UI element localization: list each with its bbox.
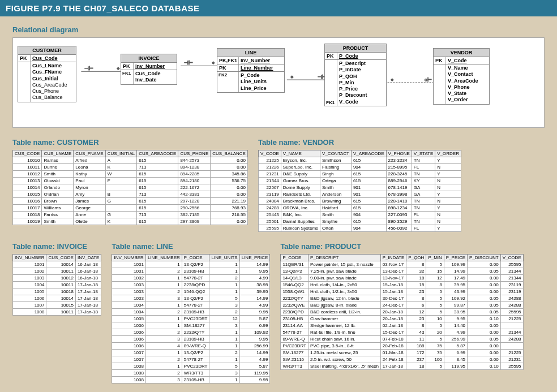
column-header: CUS_BALANCE (211, 150, 248, 157)
column-header: CUS_PHONE (178, 150, 211, 157)
table-row: 10011DunneLeonaK713894-12380.00 (13, 164, 248, 171)
table-row: 21225Bryson, Inc.Smithson615223-3234TNY (258, 157, 461, 164)
relational-diagram: ⊣⊢⋄ ⊣⊢⋄ ⋄⊣⊢ ⋄○⊢ CUSTOMER PKCus_Code Cus_… (12, 37, 545, 128)
diagram-section-title: Relational diagram (12, 25, 545, 34)
table-row: 24004Brackman Bros.Browning615228-1410TN… (258, 198, 461, 205)
column-header: CUS_FNAME (74, 150, 105, 157)
column-header: V_AREACODE (351, 150, 386, 157)
table-row: 11QER/31Power painter, 15 psi., 3-nozzle… (281, 261, 523, 268)
column-header: CUS_INITIAL (105, 150, 136, 157)
svg-text:⊣⊢: ⊣⊢ (84, 66, 93, 71)
column-header: V_ORDER (435, 150, 461, 157)
column-header: P_CODE (182, 255, 209, 261)
column-header: CUS_AREACODE (137, 150, 178, 157)
table-row: 10051001817-Jan-18 (13, 288, 101, 295)
table-row: 89-WRE-QHicut chain saw, 16 in.07-Feb-18… (281, 336, 523, 343)
table-row: 2232/QTYB&D jigsaw, 12-in. blade30-Dec-1… (281, 295, 523, 302)
table-row: WR3/TT3Steel matting, 4'x8'x1/6", .5" me… (281, 363, 523, 370)
table-row: 1008323109-HB19.95 (112, 377, 270, 384)
table-row: 2238/QPDB&D cordless drill, 1/2-in.20-Ja… (281, 309, 523, 316)
column-header: P_DISCOUNT (468, 255, 501, 261)
table-row: 1007254778-2T14.99 (112, 356, 270, 363)
table-row: 25595Rubicon SystemsOrton904456-0092FLY (258, 225, 461, 232)
table-row: 1007113-Q2/P2214.99 (112, 350, 270, 356)
table-row: 13-Q2/P27.25-in. pwr. saw blade13-Dec-17… (281, 268, 523, 275)
column-header: P_MIN (426, 255, 444, 261)
table-row: PVC23DRTPVC pipe, 3.5-in., 8-ft20-Feb-18… (281, 343, 523, 350)
table-row: 1006323109-HB19.95 (112, 336, 270, 343)
table-row: 10051PVC23DRT125.87 (112, 316, 270, 322)
svg-text:⋄: ⋄ (290, 74, 294, 80)
table-row: 10015O'BrianAmyB713442-33810.00 (13, 191, 248, 198)
table-row: 25443B&K, Inc.Smith904227-0093FLN (258, 212, 461, 218)
erd-vendor: VENDOR PKV_Code V_NameV_ContactV_AreaCod… (433, 48, 490, 105)
product-title: Table name: PRODUCT (280, 242, 545, 251)
table-row: 10031001216-Jan-18 (13, 275, 101, 282)
table-row: 21344Gomez Bros.Ortega615889-2546KYN (258, 178, 461, 184)
erd-line: LINE PK,FK1Inv_Number PKLine_Number FK2P… (217, 48, 285, 93)
column-header: P_CODE (281, 255, 309, 261)
content-area: Relational diagram ⊣⊢⋄ ⊣⊢⋄ ⋄⊣⊢ ⋄○⊢ CUSTO… (0, 16, 557, 392)
table-row: 10061001417-Jan-18 (13, 295, 101, 302)
svg-text:○⊢: ○⊢ (425, 77, 432, 83)
erd-customer-title: CUSTOMER (18, 46, 76, 55)
table-row: 10016BrownJamesG615297-1228221.19 (13, 198, 248, 205)
line-title: Table name: LINE (112, 242, 270, 251)
vendor-table-block: Table name: VENDOR V_CODEV_NAMEV_CONTACT… (258, 136, 545, 232)
table-row: 1546-QQ2Hrd. cloth, 1/4-in., 2x5015-Jan-… (281, 282, 523, 288)
table-row: 1001113-Q2/P2114.99 (112, 261, 270, 268)
column-header: CUS_CODE (46, 255, 75, 261)
table-row: 23119Randsets Ltd.Anderson901678-3998GAY (258, 191, 461, 198)
table-row: 1006489-WRE-Q1256.99 (112, 343, 270, 350)
table-row: 10013OlowskiPaulF615894-2180536.75 (13, 178, 248, 184)
table-row: 10041001117-Jan-18 (13, 282, 101, 288)
table-row: 23109-HBClaw hammer20-Jan-1823109.950.10… (281, 316, 523, 322)
table-row: 21226SuperLoo, Inc.Flushing904215-8995FL… (258, 164, 461, 171)
table-row: 1004154778-2T34.99 (112, 302, 270, 309)
table-row: 10012SmithKathyW615894-2285345.86 (13, 171, 248, 178)
customer-title: Table name: CUSTOMER (12, 138, 248, 147)
column-header: V_STATE (412, 150, 435, 157)
svg-text:⊣⊢: ⊣⊢ (184, 60, 193, 66)
product-table: P_CODEP_DESCRIPTP_INDATEP_QOHP_MINP_PRIC… (280, 254, 523, 370)
column-header: P_QOH (406, 255, 426, 261)
erd-customer: CUSTOMER PKCus_Code Cus_LNameCus_FNameCu… (18, 46, 76, 102)
column-header: V_PHONE (386, 150, 412, 157)
column-header: CUS_CODE (13, 150, 42, 157)
column-header: P_INDATE (380, 255, 406, 261)
column-header: V_CONTACT (320, 150, 352, 157)
line-table: INV_NUMBERLINE_NUMBERP_CODELINE_UNITSLIN… (112, 254, 270, 384)
table-row: 21231D&E SupplySingh615228-3245TNY (258, 171, 461, 178)
svg-text:⋄: ⋄ (391, 77, 394, 83)
table-row: 10061SM-1827736.99 (112, 322, 270, 329)
table-row: 100312238/QPD138.95 (112, 282, 270, 288)
invoice-table: INV_NUMBERCUS_CODEINV_DATE10011001416-Ja… (12, 254, 101, 316)
column-header: P_PRICE (444, 255, 467, 261)
table-row: 10014OrlandoMyron615222-16720.00 (13, 184, 248, 191)
invoice-title: Table name: INVOICE (12, 242, 101, 251)
invoice-table-block: Table name: INVOICE INV_NUMBERCUS_CODEIN… (12, 240, 101, 316)
column-header: INV_NUMBER (112, 255, 145, 261)
table-row: 10018FarrissAnneG713382-7185216.55 (13, 212, 248, 218)
table-row: 24288ORDVA, Inc.Hakford615898-1234TNY (258, 205, 461, 212)
table-row: 2232/QWEB&D jigsaw, 8-in. blade24-Dec-17… (281, 302, 523, 309)
table-row: 1003313-Q2/P2514.99 (112, 295, 270, 302)
table-row: 1558-QW1Hrd. cloth, 1/2-in., 3x5015-Jan-… (281, 288, 523, 295)
table-row: 100321546-QQ2139.95 (112, 288, 270, 295)
column-header: P_DESCRIPT (309, 255, 381, 261)
table-row: 1004223109-HB29.95 (112, 309, 270, 316)
table-row: 54778-2TRat-tail file, 1/8-in. fine15-De… (281, 329, 523, 336)
line-table-block: Table name: LINE INV_NUMBERLINE_NUMBERP_… (112, 240, 270, 384)
column-header: INV_DATE (75, 255, 101, 261)
table-row: 14-Q1/L39.00-in. pwr. saw blade13-Nov-17… (281, 275, 523, 282)
table-row: 1001223109-HB19.95 (112, 268, 270, 275)
vendor-table: V_CODEV_NAMEV_CONTACTV_AREACODEV_PHONEV_… (258, 150, 461, 232)
table-row: 10019SmithOletteK615297-38090.00 (13, 218, 248, 225)
svg-text:⋄: ⋄ (117, 66, 120, 71)
table-row: 1002154778-2T24.99 (112, 275, 270, 282)
erd-product: PRODUCT PKP_Code FK1P_DescriptP_InDateP_… (324, 44, 387, 106)
table-row: 10082WR3/TT33119.95 (112, 370, 270, 377)
svg-text:⋄: ⋄ (212, 60, 215, 66)
table-row: 10010RamasAlfredA615844-25730.00 (13, 157, 248, 164)
table-row: 25501Damal SuppliesSmythe615890-3529TNN (258, 218, 461, 225)
